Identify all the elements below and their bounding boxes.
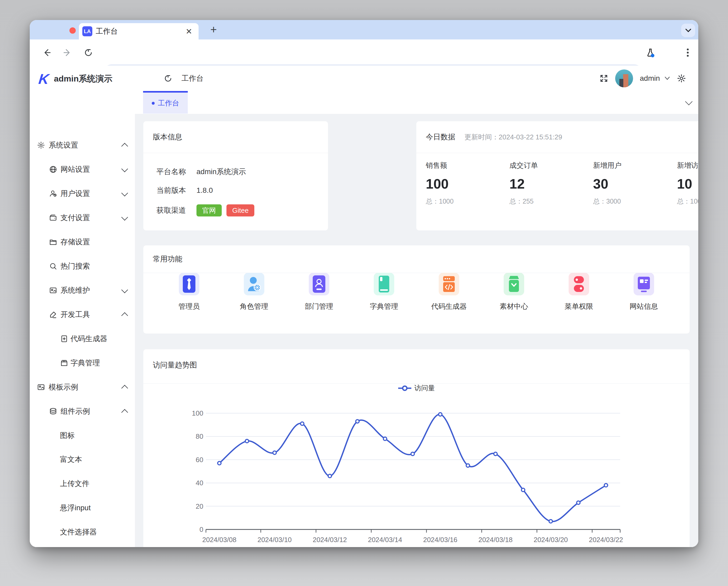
chevron-up-icon (121, 143, 128, 149)
sidebar-item-1[interactable]: 网站设置 (30, 163, 135, 175)
username[interactable]: admin (640, 74, 660, 83)
sidebar-item-0[interactable]: 系统设置 (30, 139, 135, 151)
back-button[interactable] (39, 40, 55, 66)
sidebar-item-label: 开发工具 (60, 310, 90, 320)
feature-7[interactable]: 网站信息 (625, 273, 662, 315)
sidebar-item-label: 系统维护 (60, 285, 90, 296)
reload-button[interactable] (80, 40, 96, 66)
app-logo: K (36, 72, 51, 86)
role-icon (247, 275, 261, 293)
features-card: 常用功能 管理员角色管理部门管理字典管理代码生成器素材中心菜单权限网站信息 (144, 246, 690, 333)
sidebar-item-13[interactable]: 富文本 (30, 454, 135, 465)
sidebar-item-label: 悬浮input (60, 503, 91, 513)
svg-text:2024/03/22: 2024/03/22 (589, 536, 623, 544)
gear-icon (37, 141, 45, 149)
browser-tab[interactable]: LA 工作台 ✕ (79, 23, 199, 40)
sidebar-item-label: 组件示例 (60, 406, 90, 416)
feature-label: 角色管理 (240, 302, 268, 311)
platform-name-value: admin系统演示 (197, 165, 246, 178)
stat-sales: 销售额100总：1000 (426, 161, 505, 206)
active-tab-dot (152, 102, 155, 105)
visits-chart-card: 访问量趋势图 访问量 0204060801002024/03/082024/03… (144, 349, 690, 547)
sidebar-item-5[interactable]: 热门搜索 (30, 260, 135, 272)
fullscreen-icon[interactable] (599, 74, 608, 83)
image-icon (37, 383, 45, 391)
version-card: 版本信息 平台名称 admin系统演示 当前版本 1.8.0 获取渠道 官网 G… (144, 121, 328, 230)
stack-icon (49, 407, 57, 415)
page-content: 版本信息 平台名称 admin系统演示 当前版本 1.8.0 获取渠道 官网 G… (135, 114, 698, 547)
chevron-down-icon[interactable] (665, 77, 670, 80)
chevron-down-icon (121, 165, 128, 172)
tab-title: 工作台 (96, 23, 118, 40)
feature-2[interactable]: 部门管理 (301, 273, 337, 315)
sidebar-item-15[interactable]: 悬浮input (30, 502, 135, 514)
sidebar-item-7[interactable]: 开发工具 (30, 309, 135, 320)
sidebar-item-label: 模板示例 (49, 382, 78, 392)
sidebar-item-6[interactable]: 系统维护 (30, 285, 135, 296)
stat-new-visits: 新增访问量10总：100 (677, 161, 698, 206)
sidebar-item-9[interactable]: 字典管理 (30, 357, 135, 369)
svg-text:2024/03/18: 2024/03/18 (478, 536, 513, 544)
department-icon (312, 275, 326, 293)
app-title: admin系统演示 (54, 72, 112, 86)
sidebar-item-10[interactable]: 模板示例 (30, 381, 135, 393)
platform-name-label: 平台名称 (156, 165, 186, 178)
sidebar-item-label: 用户设置 (60, 188, 90, 199)
page-header: 工作台 admin (135, 66, 698, 91)
sidebar-item-label: 系统设置 (49, 140, 78, 150)
sidebar-item-12[interactable]: 图标 (30, 430, 135, 441)
sidebar-item-label: 图标 (60, 431, 75, 440)
official-site-button[interactable]: 官网 (197, 204, 222, 216)
feature-6[interactable]: 菜单权限 (561, 273, 597, 315)
sidebar-item-2[interactable]: 用户设置 (30, 188, 135, 199)
pen-icon (49, 310, 57, 319)
browser-tab-strip: LA 工作台 ✕ + (30, 20, 698, 40)
feature-label: 素材中心 (500, 302, 528, 311)
back-arrow-icon (42, 48, 51, 57)
feature-5[interactable]: 素材中心 (495, 273, 532, 315)
close-window-button[interactable] (70, 27, 76, 34)
sidebar-item-label: 富文本 (60, 455, 82, 464)
feature-label: 字典管理 (370, 302, 398, 311)
flask-icon (646, 48, 655, 57)
feature-4[interactable]: 代码生成器 (431, 273, 467, 315)
svg-text:2024/03/20: 2024/03/20 (534, 536, 568, 544)
new-tab-button[interactable]: + (205, 22, 222, 38)
workspace-tab-bar: 工作台 (135, 91, 698, 114)
feature-label: 代码生成器 (431, 302, 467, 311)
feature-0[interactable]: 管理员 (171, 273, 208, 315)
tab-search-button[interactable] (681, 24, 695, 37)
tab-workbench[interactable]: 工作台 (143, 91, 188, 113)
settings-gear-icon[interactable] (677, 74, 686, 83)
tab-bar-chevron-icon[interactable] (685, 98, 693, 105)
feature-label: 菜单权限 (565, 302, 593, 311)
feature-1[interactable]: 角色管理 (236, 273, 272, 315)
browser-menu-button[interactable] (680, 40, 696, 66)
feature-tiles: 管理员角色管理部门管理字典管理代码生成器素材中心菜单权限网站信息 (144, 273, 690, 315)
sidebar-item-3[interactable]: 支付设置 (30, 212, 135, 224)
sidebar-item-16[interactable]: 文件选择器 (30, 526, 135, 538)
admin-app: K admin系统演示 系统设置网站设置用户设置支付设置存储设置热门搜索系统维护… (30, 66, 698, 547)
feature-3[interactable]: 字典管理 (366, 273, 402, 315)
chevron-up-icon (121, 409, 128, 415)
sidebar-item-4[interactable]: 存储设置 (30, 236, 135, 248)
experiments-button[interactable] (643, 40, 658, 66)
user-avatar[interactable] (615, 70, 633, 87)
panel-icon (49, 286, 57, 295)
forward-button[interactable] (59, 40, 75, 66)
sidebar-item-11[interactable]: 组件示例 (30, 406, 135, 417)
sidebar-item-label: 支付设置 (60, 213, 90, 223)
sidebar-item-8[interactable]: 代码生成器 (30, 333, 135, 345)
sidebar-item-14[interactable]: 上传文件 (30, 478, 135, 489)
sidebar-item-label: 热门搜索 (60, 261, 90, 271)
refresh-icon (164, 74, 172, 83)
sidebar-item-label: 存储设置 (60, 237, 90, 247)
stat-orders: 成交订单12总：255 (510, 161, 588, 206)
gitee-button[interactable]: Gitee (227, 204, 254, 216)
svg-text:100: 100 (192, 409, 203, 417)
svg-text:80: 80 (196, 432, 203, 440)
tab-close-icon[interactable]: ✕ (186, 23, 192, 40)
refresh-page-button[interactable] (160, 66, 176, 91)
menu-auth-icon (572, 275, 586, 293)
forward-arrow-icon (63, 48, 72, 57)
